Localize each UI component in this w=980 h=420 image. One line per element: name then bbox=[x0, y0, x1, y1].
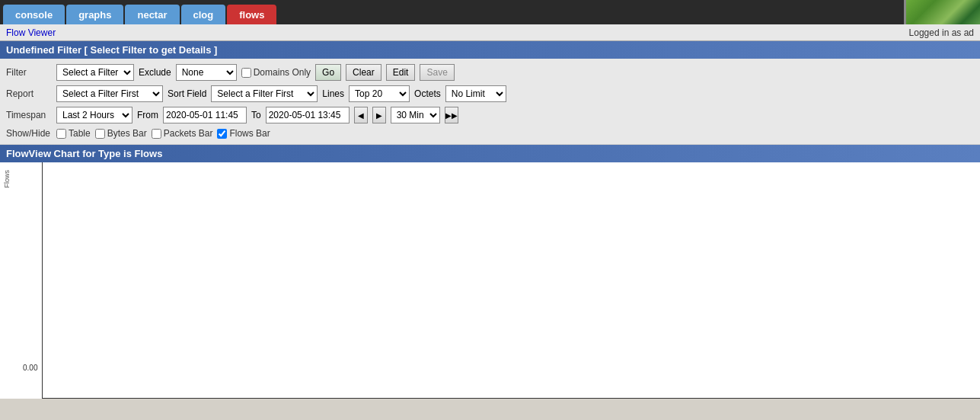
filter-row: Filter Select a Filter Exclude None Doma… bbox=[6, 62, 974, 83]
interval-select[interactable]: 30 Min bbox=[391, 107, 440, 123]
nav-bar: console graphs nectar clog flows bbox=[0, 0, 980, 24]
exclude-select[interactable]: None bbox=[176, 64, 237, 81]
bytes-bar-label: Bytes Bar bbox=[107, 128, 147, 139]
flows-bar-checkbox-label[interactable]: Flows Bar bbox=[217, 128, 270, 139]
forward-time-button[interactable]: ▶▶ bbox=[445, 107, 458, 123]
sort-field-label: Sort Field bbox=[168, 88, 206, 99]
table-checkbox-label[interactable]: Table bbox=[56, 128, 91, 139]
subheader: Flow Viewer Logged in as ad bbox=[0, 24, 980, 41]
logo bbox=[904, 0, 980, 24]
report-select[interactable]: Select a Filter First bbox=[56, 85, 163, 102]
tab-console[interactable]: console bbox=[3, 5, 65, 24]
showhide-label: Show/Hide bbox=[6, 128, 52, 139]
from-label: From bbox=[137, 110, 158, 120]
go-button[interactable]: Go bbox=[315, 64, 341, 81]
sort-field-select[interactable]: Select a Filter First bbox=[211, 85, 318, 102]
from-input[interactable] bbox=[163, 107, 247, 123]
exclude-label: Exclude bbox=[139, 67, 171, 78]
tab-flows[interactable]: flows bbox=[227, 5, 276, 24]
save-button[interactable]: Save bbox=[420, 64, 454, 81]
controls-panel: Filter Select a Filter Exclude None Doma… bbox=[0, 59, 980, 145]
chart-zero-label: 0.00 bbox=[23, 364, 37, 372]
page-title: Undefined Filter [ Select Filter to get … bbox=[0, 41, 980, 59]
packets-bar-label: Packets Bar bbox=[164, 128, 213, 139]
domains-only-checkbox[interactable] bbox=[241, 68, 251, 78]
timespan-label: Timespan bbox=[6, 110, 52, 120]
octets-label: Octets bbox=[414, 88, 441, 99]
chart-title: FlowView Chart for Type is Flows bbox=[0, 145, 980, 162]
tab-graphs[interactable]: graphs bbox=[66, 5, 123, 24]
filter-select[interactable]: Select a Filter bbox=[56, 64, 134, 81]
domains-only-checkbox-label[interactable]: Domains Only bbox=[241, 67, 311, 78]
tab-clog[interactable]: clog bbox=[181, 5, 226, 24]
showhide-row: Show/Hide Table Bytes Bar Packets Bar Fl… bbox=[6, 126, 974, 141]
octets-select[interactable]: No Limit bbox=[445, 85, 506, 102]
chart-y-axis-label: Flows bbox=[3, 170, 11, 188]
flows-bar-checkbox[interactable] bbox=[217, 129, 227, 139]
tab-nectar[interactable]: nectar bbox=[125, 5, 179, 24]
flow-viewer-link[interactable]: Flow Viewer bbox=[6, 27, 56, 38]
prev-time-button[interactable]: ◀ bbox=[354, 107, 368, 123]
report-row: Report Select a Filter First Sort Field … bbox=[6, 83, 974, 104]
timespan-select[interactable]: Last 2 Hours bbox=[56, 107, 132, 123]
table-label: Table bbox=[69, 128, 91, 139]
chart-inner bbox=[42, 162, 980, 399]
timespan-row: Timespan Last 2 Hours From To ◀ ▶ 30 Min… bbox=[6, 104, 974, 126]
bytes-bar-checkbox[interactable] bbox=[95, 129, 105, 139]
edit-button[interactable]: Edit bbox=[386, 64, 416, 81]
lines-select[interactable]: Top 20 bbox=[349, 85, 410, 102]
domains-only-label: Domains Only bbox=[254, 67, 311, 78]
packets-bar-checkbox[interactable] bbox=[152, 129, 161, 139]
logged-in-text: Logged in as ad bbox=[909, 27, 974, 38]
lines-label: Lines bbox=[322, 88, 344, 99]
bytes-bar-checkbox-label[interactable]: Bytes Bar bbox=[95, 128, 147, 139]
to-input[interactable] bbox=[266, 107, 350, 123]
chart-area: Flows 0.00 bbox=[0, 162, 980, 399]
filter-label: Filter bbox=[6, 67, 52, 78]
flows-bar-label: Flows Bar bbox=[229, 128, 270, 139]
clear-button[interactable]: Clear bbox=[346, 64, 381, 81]
report-label: Report bbox=[6, 88, 52, 99]
to-label: To bbox=[251, 110, 261, 120]
next-time-button[interactable]: ▶ bbox=[372, 107, 386, 123]
table-checkbox[interactable] bbox=[56, 129, 66, 139]
packets-bar-checkbox-label[interactable]: Packets Bar bbox=[152, 128, 213, 139]
